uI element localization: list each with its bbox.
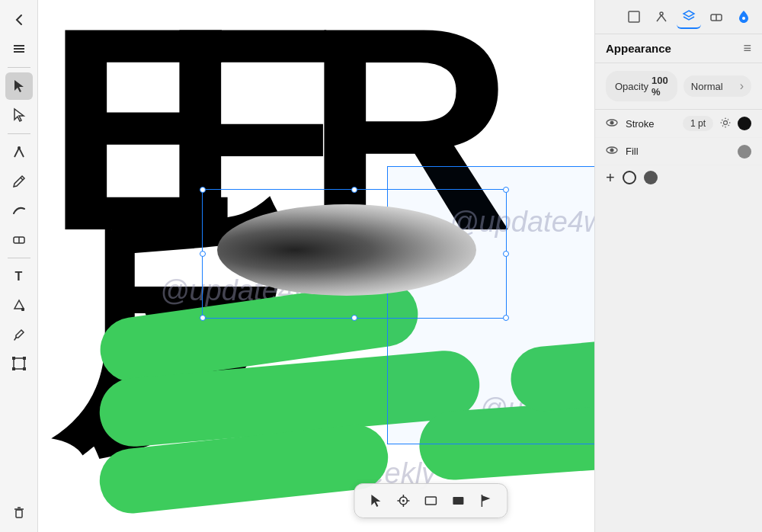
stroke-settings-button[interactable]: [719, 117, 732, 131]
blend-chevron-icon: ›: [740, 79, 744, 93]
svg-marker-29: [482, 495, 490, 502]
tab-layers[interactable]: [677, 5, 701, 29]
pen-icon: [11, 145, 27, 160]
rect-outline-bottom-icon: [423, 493, 438, 508]
tab-eraser[interactable]: [704, 5, 728, 29]
separator-1: [8, 67, 30, 68]
pencil-tool[interactable]: [5, 168, 33, 195]
eye-icon-fill: [606, 144, 618, 156]
appearance-header: Appearance ≡: [595, 34, 762, 63]
svg-point-40: [610, 149, 614, 152]
smooth-icon: [11, 203, 27, 218]
arrow-select-tool[interactable]: [5, 72, 33, 100]
rect-filled-bottom-icon: [450, 493, 466, 508]
menu-button[interactable]: [5, 35, 33, 62]
svg-rect-15: [23, 367, 26, 370]
blend-mode-control[interactable]: Normal ›: [684, 75, 751, 97]
fill-visibility-toggle[interactable]: [606, 144, 620, 159]
svg-marker-3: [14, 80, 24, 92]
panel-menu-button[interactable]: ≡: [743, 40, 751, 56]
type-tool[interactable]: T: [5, 263, 33, 290]
eraser-tool[interactable]: [5, 226, 33, 253]
back-button[interactable]: [5, 6, 33, 34]
crosshair-icon: [395, 493, 411, 508]
svg-rect-27: [453, 497, 463, 505]
svg-rect-11: [14, 358, 24, 369]
pen-tool[interactable]: [5, 139, 33, 166]
svg-point-38: [724, 120, 728, 124]
eyedropper-tool[interactable]: [5, 321, 33, 348]
panel-tabs: [595, 0, 762, 34]
svg-line-6: [21, 178, 23, 180]
opacity-value: 100 %: [652, 75, 668, 98]
rect-filled-bottom-tool[interactable]: [446, 489, 470, 513]
arrow-bottom-tool[interactable]: [363, 489, 388, 513]
fill-icon: [11, 298, 27, 313]
stroke-label: Stroke: [626, 118, 677, 130]
eye-icon-stroke: [606, 117, 618, 129]
fill-color-swatch[interactable]: [738, 145, 751, 159]
selected-object[interactable]: [202, 189, 507, 319]
opacity-label: Opacity: [615, 81, 648, 92]
smooth-tool[interactable]: [5, 197, 33, 224]
pen-tab-icon: [654, 9, 669, 24]
stroke-color-swatch[interactable]: [738, 117, 751, 130]
rect-outline-bottom-tool[interactable]: [418, 489, 443, 513]
bottom-toolbar: [354, 483, 507, 518]
direct-select-tool[interactable]: [5, 101, 33, 129]
separator-2: [8, 133, 30, 134]
gear-icon: [719, 117, 732, 129]
svg-rect-13: [23, 357, 26, 360]
arrow-select-icon: [11, 79, 27, 94]
flag-icon: [478, 493, 493, 508]
handle-middle-left[interactable]: [200, 251, 206, 257]
pin-tab-icon: [736, 9, 751, 24]
tab-pen[interactable]: [649, 5, 674, 29]
gradient-ellipse: [217, 204, 476, 296]
svg-rect-26: [425, 497, 436, 505]
flag-tool[interactable]: [473, 489, 498, 513]
crosshair-tool[interactable]: [391, 489, 415, 513]
eraser-icon: [11, 232, 27, 247]
arrow-select-bottom-icon: [368, 493, 383, 508]
shape-tab-icon: [626, 9, 642, 24]
opacity-blend-row: Opacity 100 % Normal ›: [595, 63, 762, 110]
handle-top-left[interactable]: [200, 187, 206, 193]
stroke-row: Stroke 1 pt: [595, 110, 762, 138]
add-effect-button[interactable]: +: [606, 170, 615, 185]
svg-point-5: [18, 146, 21, 149]
transform-icon: [11, 356, 27, 371]
add-effects-row: +: [595, 165, 762, 190]
stroke-style-circle[interactable]: [623, 171, 636, 184]
trash-button[interactable]: [5, 498, 33, 526]
blend-label: Normal: [691, 81, 723, 92]
svg-rect-9: [21, 308, 24, 311]
stroke-width-control[interactable]: 1 pt: [683, 116, 713, 131]
pencil-icon: [11, 174, 27, 189]
hamburger-icon: [11, 41, 27, 56]
svg-point-25: [402, 500, 405, 502]
direct-select-icon: [11, 107, 27, 123]
layers-tab-icon: [681, 8, 696, 24]
tab-shape[interactable]: [622, 5, 646, 29]
fill-row: Fill: [595, 138, 762, 165]
separator-3: [8, 258, 30, 258]
svg-rect-30: [629, 11, 639, 22]
svg-rect-12: [12, 357, 15, 360]
transform-tool[interactable]: [5, 350, 33, 377]
handle-top-center[interactable]: [351, 187, 357, 193]
svg-marker-19: [371, 495, 380, 507]
fill-style-circle[interactable]: [644, 171, 658, 184]
svg-point-35: [742, 17, 745, 20]
trash-icon: [11, 505, 27, 520]
svg-line-10: [14, 338, 16, 340]
fill-tool[interactable]: [5, 292, 33, 319]
stroke-visibility-toggle[interactable]: [606, 117, 620, 131]
stroke-pt-value: 1 pt: [690, 118, 706, 129]
svg-marker-32: [684, 11, 694, 17]
panel-title: Appearance: [606, 42, 671, 55]
svg-marker-4: [14, 109, 24, 121]
back-icon: [11, 12, 27, 27]
opacity-control[interactable]: Opacity 100 %: [606, 71, 677, 101]
tab-pin[interactable]: [732, 5, 756, 29]
